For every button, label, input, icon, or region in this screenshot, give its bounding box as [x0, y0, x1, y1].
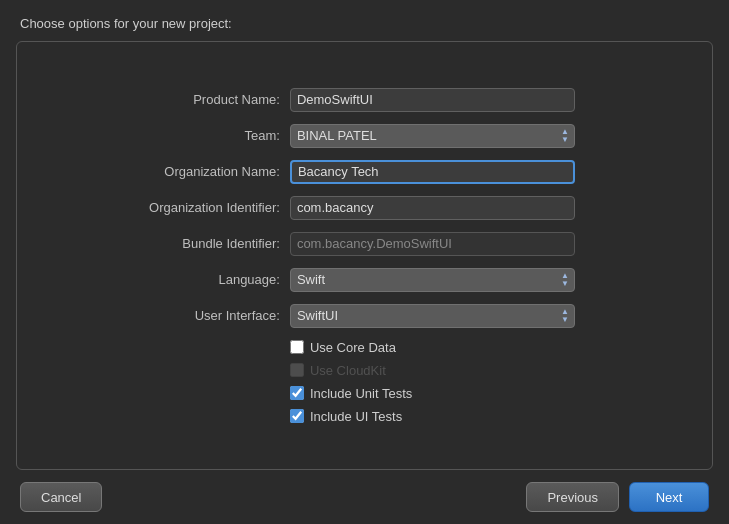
previous-button[interactable]: Previous: [526, 482, 619, 512]
content-area: Product Name: Team: BINAL PATEL ▲ ▼ Orga…: [16, 41, 713, 470]
ui-label: User Interface:: [149, 308, 280, 323]
use-cloudkit-checkbox-item[interactable]: Use CloudKit: [290, 363, 580, 378]
use-core-data-checkbox[interactable]: [290, 340, 304, 354]
org-id-label: Organization Identifier:: [149, 200, 280, 215]
cancel-button[interactable]: Cancel: [20, 482, 102, 512]
checkboxes-container: Use Core Data Use CloudKit Include Unit …: [290, 340, 580, 424]
team-label: Team:: [149, 128, 280, 143]
header: Choose options for your new project:: [0, 0, 729, 41]
ui-select-wrapper: SwiftUI ▲ ▼: [290, 304, 575, 328]
ui-select[interactable]: SwiftUI: [290, 304, 575, 328]
team-select-wrapper: BINAL PATEL ▲ ▼: [290, 124, 575, 148]
use-cloudkit-checkbox: [290, 363, 304, 377]
include-ui-tests-checkbox-item[interactable]: Include UI Tests: [290, 409, 580, 424]
window: Choose options for your new project: Pro…: [0, 0, 729, 524]
include-unit-tests-label: Include Unit Tests: [310, 386, 412, 401]
form: Product Name: Team: BINAL PATEL ▲ ▼ Orga…: [149, 88, 580, 424]
org-name-label: Organization Name:: [149, 164, 280, 179]
org-name-input[interactable]: [290, 160, 575, 184]
next-button[interactable]: Next: [629, 482, 709, 512]
language-select-wrapper: Swift ▲ ▼: [290, 268, 575, 292]
language-select[interactable]: Swift: [290, 268, 575, 292]
org-id-input[interactable]: [290, 196, 575, 220]
include-unit-tests-checkbox-item[interactable]: Include Unit Tests: [290, 386, 580, 401]
use-core-data-checkbox-item[interactable]: Use Core Data: [290, 340, 580, 355]
language-label: Language:: [149, 272, 280, 287]
include-unit-tests-checkbox[interactable]: [290, 386, 304, 400]
footer-right: Previous Next: [526, 482, 709, 512]
team-select[interactable]: BINAL PATEL: [290, 124, 575, 148]
footer: Cancel Previous Next: [0, 470, 729, 524]
product-name-label: Product Name:: [149, 92, 280, 107]
include-ui-tests-label: Include UI Tests: [310, 409, 402, 424]
use-cloudkit-label: Use CloudKit: [310, 363, 386, 378]
bundle-id-label: Bundle Identifier:: [149, 236, 280, 251]
product-name-input[interactable]: [290, 88, 575, 112]
include-ui-tests-checkbox[interactable]: [290, 409, 304, 423]
header-title: Choose options for your new project:: [20, 16, 232, 31]
bundle-id-input: [290, 232, 575, 256]
use-core-data-label: Use Core Data: [310, 340, 396, 355]
